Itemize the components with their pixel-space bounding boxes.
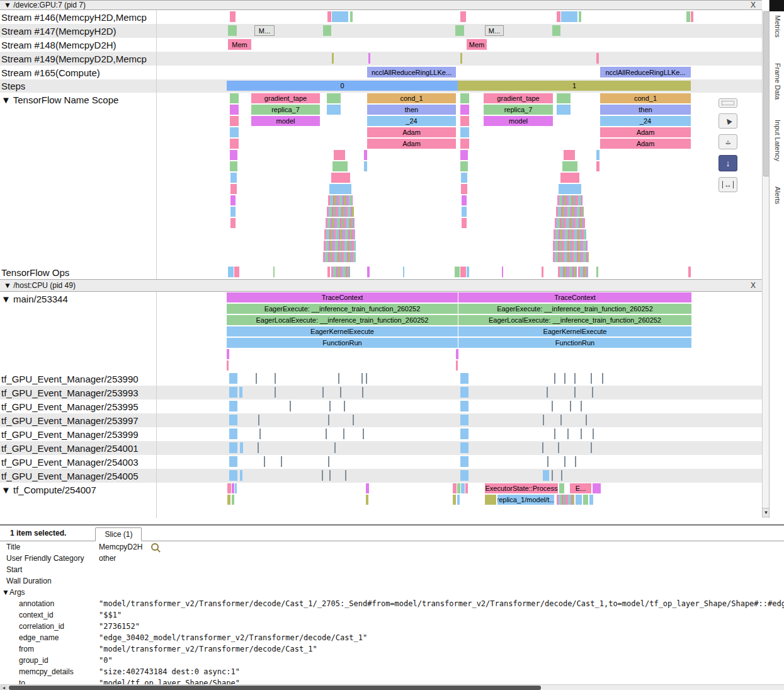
trace-slice[interactable]: EagerExecute: __inference_train_function… (227, 304, 458, 314)
trace-slice[interactable] (586, 415, 587, 425)
trace-slice[interactable] (559, 483, 564, 493)
trace-slice[interactable] (327, 105, 341, 115)
trace-slice[interactable] (557, 495, 574, 505)
trace-slice[interactable] (554, 229, 586, 239)
trace-slice[interactable] (324, 229, 355, 239)
trace-slice[interactable] (331, 267, 350, 277)
trace-slice[interactable] (554, 373, 555, 384)
trace-slice[interactable] (556, 207, 584, 217)
trace-slice[interactable] (462, 207, 467, 217)
trace-slice[interactable] (256, 373, 257, 384)
trace-slice[interactable] (575, 456, 576, 467)
trace-slice[interactable] (367, 267, 370, 277)
trace-slice[interactable] (542, 267, 543, 277)
trace-slice[interactable] (460, 127, 469, 137)
trace-slice[interactable] (227, 360, 229, 371)
trace-slice[interactable]: E... (570, 483, 591, 493)
track-label[interactable]: ▼ main/253344 (1, 292, 68, 306)
trace-slice[interactable] (460, 161, 468, 171)
trace-slice[interactable] (326, 428, 327, 439)
trace-slice[interactable] (557, 105, 571, 115)
close-icon[interactable]: X (751, 281, 758, 290)
trace-slice[interactable]: EagerKernelExecute (458, 326, 691, 336)
track-label[interactable]: ▼ tf_Compute/254007 (1, 483, 96, 497)
trace-slice[interactable] (460, 456, 469, 467)
trace-slice[interactable] (329, 470, 331, 481)
trace-slice[interactable] (322, 470, 323, 481)
trace-slice[interactable] (332, 161, 348, 171)
trace-slice[interactable] (574, 373, 576, 384)
trace-slice[interactable] (230, 11, 236, 22)
trace-slice[interactable] (453, 483, 457, 493)
trace-slice[interactable] (455, 25, 464, 36)
trace-slice[interactable] (564, 150, 575, 160)
trace-slice[interactable] (344, 401, 345, 411)
trace-slice[interactable] (583, 495, 588, 505)
trace-slice[interactable] (453, 495, 456, 505)
select-time-button[interactable] (719, 98, 737, 108)
trace-slice[interactable] (457, 483, 460, 493)
section-header[interactable]: ▼ /device:GPU:7 (pid 7)X (0, 0, 762, 10)
trace-slice[interactable] (543, 415, 544, 425)
trace-slice[interactable] (345, 470, 346, 481)
trace-slice[interactable] (562, 161, 577, 171)
trace-slice[interactable] (579, 11, 581, 22)
trace-slice[interactable] (338, 373, 339, 384)
trace-slice[interactable] (232, 495, 234, 505)
trace-slice[interactable]: ncclAllReduceRingLLKe... (600, 67, 691, 78)
trace-slice[interactable]: replica_7 (484, 105, 553, 115)
trace-slice[interactable] (567, 428, 569, 439)
trace-slice[interactable]: ncclAllReduceRingLLKe... (367, 67, 456, 78)
trace-slice[interactable] (366, 373, 367, 384)
trace-slice[interactable]: model (251, 116, 320, 126)
trace-slice[interactable]: FunctionRun (227, 338, 458, 348)
timing-tool-button[interactable]: ↔ (719, 177, 737, 192)
trace-slice[interactable] (461, 184, 467, 194)
track-label[interactable]: ▼ TensorFlow Name Scope (1, 93, 118, 106)
trace-slice[interactable] (229, 470, 237, 481)
trace-slice[interactable] (327, 267, 330, 277)
section-header[interactable]: ▼ /host:CPU (pid 49)X (0, 279, 762, 292)
trace-slice[interactable] (561, 11, 577, 22)
trace-slice[interactable]: gradient_tape (251, 93, 320, 103)
trace-slice[interactable] (460, 93, 469, 103)
trace-slice[interactable] (228, 25, 237, 36)
trace-slice[interactable] (235, 483, 237, 493)
trace-slice[interactable] (485, 495, 496, 505)
trace-slice[interactable]: Adam (600, 127, 691, 137)
trace-slice[interactable] (327, 11, 331, 22)
trace-slice[interactable] (230, 139, 239, 149)
trace-slice[interactable] (456, 360, 458, 371)
trace-slice[interactable] (327, 93, 341, 103)
trace-slice[interactable] (232, 483, 234, 493)
trace-slice[interactable]: then (367, 105, 456, 115)
trace-slice[interactable] (328, 195, 353, 205)
trace-slice[interactable] (602, 373, 603, 384)
trace-slice[interactable]: TraceContext (227, 292, 458, 302)
trace-slice[interactable] (593, 428, 594, 439)
trace-slice[interactable] (564, 373, 565, 384)
trace-slice[interactable] (461, 173, 467, 183)
trace-slice[interactable] (688, 267, 691, 277)
trace-slice[interactable] (258, 415, 259, 425)
trace-slice[interactable] (230, 184, 237, 194)
trace-slice[interactable]: M... (485, 25, 504, 36)
trace-slice[interactable] (460, 53, 462, 64)
tab-metrics[interactable]: Metrics (774, 15, 781, 37)
trace-slice[interactable] (557, 195, 582, 205)
section-title[interactable]: ▼ /host:CPU (pid 49) (4, 281, 76, 290)
close-icon[interactable]: X (751, 1, 758, 9)
trace-slice[interactable] (343, 428, 344, 439)
trace-slice[interactable] (564, 456, 565, 467)
trace-slice[interactable] (460, 387, 469, 398)
args-header[interactable]: ▼Args (0, 587, 784, 598)
trace-slice[interactable] (465, 483, 468, 493)
trace-slice[interactable]: replica_1/model/t... (497, 495, 554, 505)
trace-slice[interactable]: EagerLocalExecute: __inference_train_fun… (227, 315, 458, 325)
trace-slice[interactable] (281, 456, 282, 467)
trace-slice[interactable] (686, 11, 690, 22)
trace-slice[interactable] (240, 470, 242, 481)
trace-slice[interactable] (259, 428, 261, 439)
pan-tool-button[interactable]: ↔ ↕ (719, 134, 737, 149)
trace-slice[interactable] (229, 387, 237, 398)
